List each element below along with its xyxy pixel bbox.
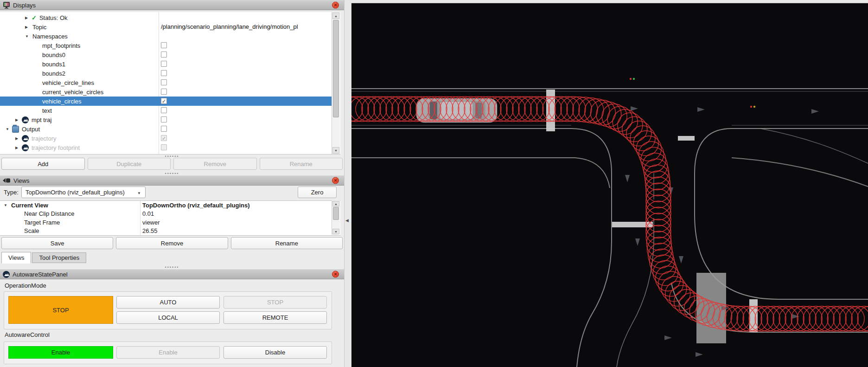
scrollbar-down-icon[interactable]: ▼ (332, 229, 339, 234)
checkbox[interactable] (161, 116, 167, 122)
expand-arrow-icon[interactable]: ▼ (4, 203, 10, 207)
checkbox[interactable] (161, 144, 167, 150)
tree-item-label: Status: Ok (39, 14, 68, 21)
tree-item-label: vehicle_circle_lines (42, 79, 94, 86)
tree-item-label: bounds0 (42, 52, 65, 58)
operation-mode-label: OperationMode (5, 282, 46, 289)
tree-row-current-vehicle-circles[interactable]: current_vehicle_circles (0, 87, 332, 97)
dock-splitter[interactable]: ◀ (344, 0, 352, 367)
autoware-logo-icon (3, 271, 10, 278)
scrollbar-up-icon[interactable]: ▲ (332, 201, 339, 206)
splitter-handle[interactable]: •••••• (0, 265, 344, 269)
autoware-panel-header[interactable]: AutowareStatePanel ✕ (0, 269, 344, 279)
tree-row-bounds0[interactable]: bounds0 (0, 50, 332, 59)
property-row-scale[interactable]: Scale26.55 (0, 227, 332, 235)
views-panel-header[interactable]: Views ✕ (0, 175, 344, 186)
enable-active-button[interactable]: Enable (8, 346, 113, 359)
map-scene (351, 0, 868, 367)
checkbox[interactable] (161, 52, 167, 58)
tree-row-topic[interactable]: ▶Topic/planning/scenario_planning/lane_d… (0, 22, 332, 32)
auto-button[interactable]: AUTO (116, 296, 220, 309)
close-icon[interactable]: ✕ (332, 271, 339, 278)
property-name: Current View (11, 202, 48, 209)
tree-row-bounds2[interactable]: bounds2 (0, 69, 332, 78)
expand-arrow-icon[interactable]: ▶ (25, 16, 32, 20)
expand-arrow-icon[interactable]: ▶ (25, 25, 32, 29)
tree-row-mpt-footprints[interactable]: mpt_footprints (0, 41, 332, 50)
checkbox[interactable] (161, 107, 167, 113)
autoware-control-group: Enable Enable Disable (4, 341, 332, 364)
remote-button[interactable]: REMOTE (223, 311, 327, 324)
property-name: Near Clip Distance (24, 210, 74, 217)
checkbox[interactable] (161, 61, 167, 67)
panel-collapse-handle[interactable]: ◀ (345, 218, 349, 223)
save-button[interactable]: Save (1, 237, 113, 249)
checkbox[interactable] (161, 79, 167, 85)
displays-scrollbar[interactable]: ▲ ▼ (332, 12, 340, 154)
tree-row-namespaces[interactable]: ▼Namespaces (0, 32, 332, 41)
tree-row-bounds1[interactable]: bounds1 (0, 59, 332, 69)
autoware-control-label: AutowareControl (5, 331, 50, 338)
property-value: viewer (142, 219, 160, 226)
scrollbar-thumb[interactable] (333, 20, 339, 117)
scrollbar-thumb[interactable] (333, 207, 339, 220)
property-value: 26.55 (142, 227, 158, 234)
checkbox[interactable]: ✓ (161, 98, 167, 104)
tree-row-trajectory[interactable]: ▶trajectory✓ (0, 134, 332, 143)
stop-button-disabled[interactable]: STOP (223, 296, 327, 309)
tree-row-output[interactable]: ▼Output (0, 124, 332, 134)
scrollbar-up-icon[interactable]: ▲ (332, 13, 339, 19)
expand-arrow-icon[interactable]: ▶ (15, 136, 22, 141)
property-row-current-view[interactable]: ▼Current ViewTopDownOrtho (rviz_default_… (0, 201, 332, 209)
property-row-near-clip-distance[interactable]: Near Clip Distance0.01 (0, 210, 332, 218)
expand-arrow-icon[interactable]: ▶ (15, 146, 22, 150)
tree-item-label: Namespaces (32, 33, 68, 40)
zero-button[interactable]: Zero (298, 187, 337, 198)
checkbox[interactable] (161, 70, 167, 76)
local-button[interactable]: LOCAL (116, 311, 220, 324)
tree-item-label: mpt traj (32, 116, 51, 123)
checkbox[interactable] (161, 42, 167, 48)
tree-item-label: Topic (32, 24, 46, 31)
property-name: Target Frame (24, 219, 60, 226)
displays-icon (3, 1, 10, 9)
displays-panel-header[interactable]: Displays ✕ (0, 0, 344, 10)
enable-button-disabled[interactable]: Enable (116, 346, 220, 359)
remove-button[interactable]: Remove (116, 237, 228, 249)
tree-row-mpt-traj[interactable]: ▶mpt traj (0, 115, 332, 124)
expand-arrow-icon[interactable]: ▼ (25, 34, 32, 39)
close-icon[interactable]: ✕ (332, 177, 339, 184)
view-type-dropdown[interactable]: TopDownOrtho (rviz_default_plugins) ▼ (21, 187, 146, 198)
views-scrollbar[interactable]: ▲ ▼ (332, 200, 340, 235)
disable-button[interactable]: Disable (223, 346, 327, 359)
checkbox[interactable] (161, 89, 167, 95)
tree-item-label: trajectory (32, 135, 56, 142)
tab-tool-properties[interactable]: Tool Properties (32, 252, 86, 263)
splitter-handle[interactable]: •••••• (0, 172, 344, 175)
scrollbar-down-icon[interactable]: ▼ (332, 147, 339, 154)
tree-row-status-ok[interactable]: ▶✓Status: Ok (0, 13, 332, 22)
rename-button[interactable]: Rename (231, 237, 343, 249)
add-button[interactable]: Add (1, 158, 85, 170)
checkbox[interactable]: ✓ (161, 135, 167, 141)
tree-item-label: vehicle_circles (42, 98, 82, 105)
topic-value: /planning/scenario_planning/lane_driving… (161, 23, 328, 30)
rename-button[interactable]: Rename (260, 158, 343, 170)
remove-button[interactable]: Remove (173, 158, 257, 170)
tab-views[interactable]: Views (1, 252, 31, 264)
tree-row-vehicle-circle-lines[interactable]: vehicle_circle_lines (0, 78, 332, 87)
tree-row-text[interactable]: text (0, 106, 332, 115)
render-view-3d[interactable] (351, 0, 868, 367)
checkbox[interactable] (161, 126, 167, 132)
close-icon[interactable]: ✕ (332, 2, 339, 9)
stop-mode-active-button[interactable]: STOP (8, 296, 113, 324)
duplicate-button[interactable]: Duplicate (88, 158, 171, 170)
expand-arrow-icon[interactable]: ▶ (15, 118, 22, 122)
tree-row-vehicle-circles[interactable]: vehicle_circles✓ (0, 97, 332, 106)
panel-tabs: Views Tool Properties (1, 252, 86, 264)
expand-arrow-icon[interactable]: ▼ (6, 127, 12, 131)
property-row-target-frame[interactable]: Target Frameviewer (0, 218, 332, 226)
tree-row-trajectory-footprint[interactable]: ▶trajectory footprint (0, 143, 332, 152)
autoware-panel-title: AutowareStatePanel (13, 271, 68, 278)
autoware-display-icon (22, 144, 29, 151)
